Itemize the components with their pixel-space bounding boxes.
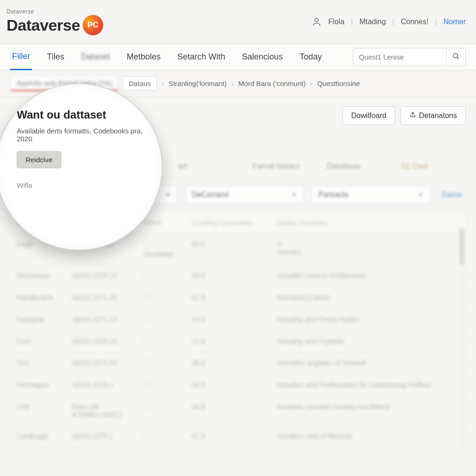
cell: Gatopute (11, 309, 66, 331)
checkbox[interactable] (144, 293, 151, 300)
checkbox[interactable] (144, 359, 151, 366)
table-row[interactable]: One4)013,1574.5538.5Demaltrs anglises of… (11, 352, 465, 374)
user-link-0[interactable]: Flola (328, 18, 344, 26)
table-row[interactable]: Derlomace4)015,1578.1559.5Desallet Lever… (11, 265, 465, 287)
lens-subtitle: Available derts formatts, Codebooks pra,… (17, 127, 146, 143)
cell: Decalirrs and of Rerouts (271, 425, 465, 447)
nav-item-today[interactable]: Today (298, 45, 324, 69)
col-4[interactable]: Dealor Hunstars (271, 212, 465, 233)
breadcrumb-3[interactable]: Mord Bara ('conmunt) (238, 79, 306, 87)
cell: Cardicage (11, 425, 66, 447)
tab-3[interactable]: Databoas (317, 155, 391, 178)
cell: Oondoles (138, 233, 186, 265)
cell: 61.5 (186, 425, 271, 447)
checkbox[interactable] (144, 271, 151, 278)
tab-2[interactable]: Famal lastact (243, 155, 317, 178)
cell (138, 396, 186, 425)
svg-point-0 (315, 19, 318, 22)
cell: 30.5 (186, 396, 271, 425)
table-row[interactable]: Cardicage4)015,1579.161.5Decalirrs and o… (11, 425, 465, 447)
logo-supertitle: Dataverse (7, 8, 103, 15)
chevron-right-icon: › (310, 79, 312, 87)
logo[interactable]: Dataverse Dataverse PC (7, 8, 103, 35)
detanations-label: Detanatons (419, 112, 457, 120)
breadcrumb-2[interactable]: Stranling('lonmant) (168, 79, 226, 87)
cell: 4)015,1571.43 (66, 287, 138, 309)
cell: 4)015,1578.15 (66, 265, 138, 287)
cell: Lirfti (11, 396, 66, 425)
filter-3-label: Partracla (318, 191, 348, 199)
table-row[interactable]: Gatopute4)015,1571.1214.5Desalng and Fin… (11, 309, 465, 331)
table-row[interactable]: Cool4)015,1578.1511.5Desalng and Foylast… (11, 331, 465, 352)
cell: Desalng and Foylasts (271, 331, 465, 352)
checkbox[interactable] (144, 403, 151, 410)
cell: 4)015,1579.1 (66, 374, 138, 396)
nav-item-salencious[interactable]: Salencious (240, 45, 284, 69)
filter-2-label: DeCorrand (192, 191, 228, 199)
nav-item-filler[interactable]: Filler (10, 44, 32, 70)
cell: Desallet Leverre Frslibooods (271, 265, 465, 287)
logo-badge: PC (83, 15, 103, 35)
cell: 4)015,1579.1 (66, 425, 138, 447)
scrollbar-thumb[interactable] (460, 228, 464, 265)
user-links: Flola | Mtading | Connes! | Nomer (311, 17, 466, 27)
table-row[interactable]: Ferchages4)015,1579.190.5Desalisn and Pr… (11, 374, 465, 396)
cell: Demaltrs anglises of Vewselt (271, 352, 465, 374)
cell (138, 331, 186, 352)
cell (138, 287, 186, 309)
sarce-link[interactable]: Sarce (438, 190, 466, 199)
tab-1[interactable]: ert (168, 155, 243, 178)
checkbox[interactable] (144, 432, 151, 439)
table-row[interactable]: LirftiEject afil ● Drilld.s (NOC)30.5Deo… (11, 396, 465, 425)
cell: 14.5 (186, 309, 271, 331)
scrollbar[interactable] (460, 228, 464, 469)
tab-4[interactable]: 02 Owit (391, 155, 466, 178)
cell: Desalng and Finery Ratles (271, 309, 465, 331)
search-input[interactable] (353, 48, 446, 66)
breadcrumb-1[interactable]: Dataus (123, 76, 157, 91)
checkbox[interactable] (144, 240, 151, 247)
user-link-3[interactable]: Nomer (443, 18, 466, 26)
chevron-down-icon: ▼ (291, 192, 297, 198)
nav-item-tiles[interactable]: Tiles (45, 45, 66, 69)
table-row[interactable]: Pandlecient4)015,1571.4351.5Dumanst Cryl… (11, 287, 465, 309)
cell (138, 374, 186, 396)
nav-item-setarch[interactable]: Setarch With (175, 45, 227, 69)
detanations-button[interactable]: Detanatons (401, 106, 466, 125)
nav-item-dataset[interactable]: Dataset (79, 45, 112, 69)
cell: 4)015,1571.12 (66, 309, 138, 331)
cell (138, 309, 186, 331)
chevron-right-icon: › (161, 79, 164, 87)
cell: Derlomace (11, 265, 66, 287)
svg-point-1 (453, 53, 457, 58)
share-icon (410, 112, 416, 120)
cell: 4)013,1574.55 (66, 352, 138, 374)
nav-search (353, 48, 466, 66)
cell: Eject afil ● Drilld.s (NOC) (66, 396, 138, 425)
cell: Cool (11, 331, 66, 352)
cell: U Seories (271, 233, 465, 265)
col-3[interactable]: Cunding Commates (186, 212, 271, 233)
filter-select-2[interactable]: DeCorrand ▼ (185, 185, 304, 204)
checkbox[interactable] (144, 315, 151, 322)
cell (138, 425, 186, 447)
cell (138, 265, 186, 287)
cell: Deolario Lavsilall Contary Ind Bilterd (271, 396, 465, 425)
search-button[interactable] (446, 49, 465, 66)
nav-item-metboles[interactable]: Metboles (125, 45, 162, 69)
filter-select-3[interactable]: Partracla ▼ (311, 185, 430, 204)
user-link-1[interactable]: Mtading (359, 18, 386, 26)
cell: One (11, 352, 66, 374)
user-link-2[interactable]: Connes! (401, 18, 429, 26)
reidcive-button[interactable]: Reidcive (17, 151, 61, 168)
checkbox[interactable] (144, 381, 151, 388)
chevron-down-icon: ▼ (165, 192, 171, 198)
logo-text: Dataverse (7, 16, 80, 34)
download-button[interactable]: Dowilfoard (343, 106, 396, 125)
checkbox[interactable] (144, 337, 151, 344)
cell: Desalisn and Prelliocation for Leobtrani… (271, 374, 465, 396)
lens-title: Want ou dattaset (17, 108, 146, 121)
chevron-right-icon: › (231, 79, 234, 87)
lens-mini-label: Wifla (17, 181, 146, 189)
breadcrumb-4[interactable]: Questtionsine (317, 79, 360, 87)
